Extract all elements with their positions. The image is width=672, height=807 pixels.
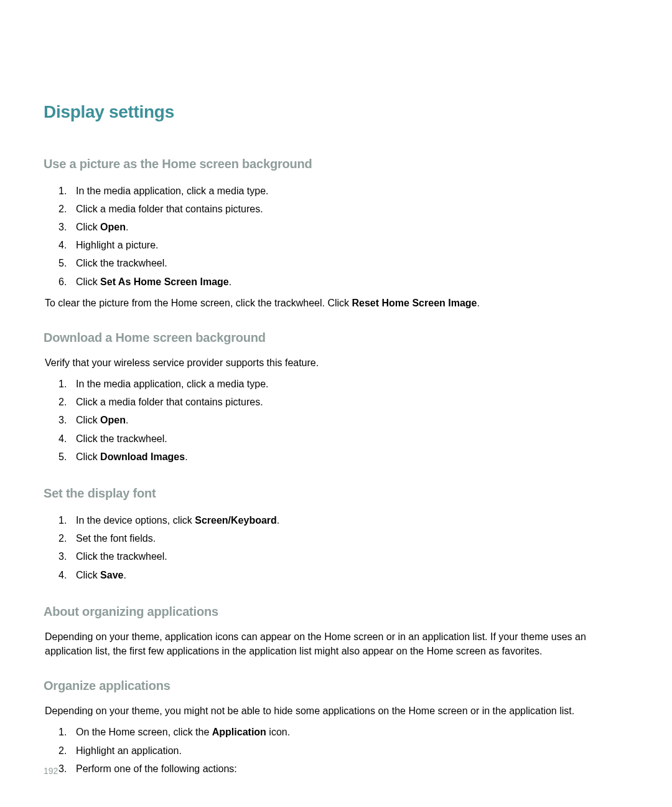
steps-download-bg: 1.In the media application, click a medi… <box>58 375 628 466</box>
step-text: Click the trackwheel. <box>76 258 167 268</box>
step-item: 5.Click the trackwheel. <box>58 254 628 272</box>
step-number: 3. <box>58 762 67 776</box>
step-number: 5. <box>58 450 67 464</box>
step-item: 1.In the media application, click a medi… <box>58 182 628 200</box>
step-item: 1.In the media application, click a medi… <box>58 375 628 393</box>
body-paragraph: Depending on your theme, application ico… <box>45 630 628 658</box>
step-item: 1.In the device options, click Screen/Ke… <box>58 511 628 529</box>
step-text: Click Save. <box>76 570 126 580</box>
step-number: 1. <box>58 377 67 391</box>
intro-text: Depending on your theme, you might not b… <box>45 704 628 718</box>
step-number: 4. <box>58 432 67 446</box>
step-item: 2.Highlight an application. <box>58 742 628 760</box>
step-item: 3.Click Open. <box>58 218 628 236</box>
step-number: 2. <box>58 202 67 216</box>
step-text: Perform one of the following actions: <box>76 763 237 774</box>
step-text: Click a media folder that contains pictu… <box>76 397 263 407</box>
step-item: 5.Click Download Images. <box>58 448 628 466</box>
step-text: In the media application, click a media … <box>76 186 269 196</box>
step-number: 2. <box>58 395 67 409</box>
intro-text: Verify that your wireless service provid… <box>45 356 628 370</box>
step-text: In the media application, click a media … <box>76 379 269 389</box>
step-item: 3.Perform one of the following actions: <box>58 760 628 778</box>
section-heading-home-bg: Use a picture as the Home screen backgro… <box>44 155 628 173</box>
step-number: 1. <box>58 513 67 527</box>
step-number: 3. <box>58 413 67 427</box>
step-number: 2. <box>58 743 67 758</box>
step-number: 3. <box>58 549 67 564</box>
step-number: 4. <box>58 568 67 582</box>
step-number: 6. <box>58 275 67 289</box>
step-item: 4.Click the trackwheel. <box>58 430 628 448</box>
section-heading-organize-apps: Organize applications <box>44 677 628 695</box>
step-text: Click the trackwheel. <box>76 433 167 444</box>
step-text: Click Download Images. <box>76 451 188 462</box>
step-number: 3. <box>58 220 67 234</box>
page-title: Display settings <box>44 100 628 125</box>
step-number: 5. <box>58 256 67 270</box>
steps-home-bg: 1.In the media application, click a medi… <box>58 182 628 291</box>
step-text: Click a media folder that contains pictu… <box>76 204 263 214</box>
section-heading-about-organizing: About organizing applications <box>44 603 628 621</box>
step-item: 3.Click Open. <box>58 411 628 429</box>
step-text: On the Home screen, click the Applicatio… <box>76 727 290 737</box>
post-step-note: To clear the picture from the Home scree… <box>45 296 628 310</box>
section-heading-download-bg: Download a Home screen background <box>44 329 628 347</box>
step-number: 4. <box>58 238 67 252</box>
step-item: 2.Set the font fields. <box>58 529 628 547</box>
steps-organize-apps: 1.On the Home screen, click the Applicat… <box>58 723 628 778</box>
step-item: 6.Click Set As Home Screen Image. <box>58 273 628 291</box>
step-number: 1. <box>58 184 67 198</box>
step-number: 1. <box>58 725 67 739</box>
step-item: 4.Click Save. <box>58 566 628 584</box>
step-text: Highlight a picture. <box>76 240 159 250</box>
step-number: 2. <box>58 531 67 545</box>
step-text: Click the trackwheel. <box>76 551 167 562</box>
step-text: In the device options, click Screen/Keyb… <box>76 515 279 526</box>
page-number: 192 <box>44 765 58 777</box>
step-text: Highlight an application. <box>76 745 182 756</box>
section-heading-display-font: Set the display font <box>44 484 628 503</box>
step-item: 2.Click a media folder that contains pic… <box>58 200 628 218</box>
step-item: 3.Click the trackwheel. <box>58 547 628 565</box>
step-text: Click Open. <box>76 415 128 425</box>
step-text: Click Set As Home Screen Image. <box>76 276 231 287</box>
steps-display-font: 1.In the device options, click Screen/Ke… <box>58 511 628 584</box>
step-item: 2.Click a media folder that contains pic… <box>58 393 628 411</box>
step-item: 4.Highlight a picture. <box>58 236 628 254</box>
step-text: Click Open. <box>76 222 128 232</box>
step-text: Set the font fields. <box>76 533 156 544</box>
step-item: 1.On the Home screen, click the Applicat… <box>58 723 628 741</box>
